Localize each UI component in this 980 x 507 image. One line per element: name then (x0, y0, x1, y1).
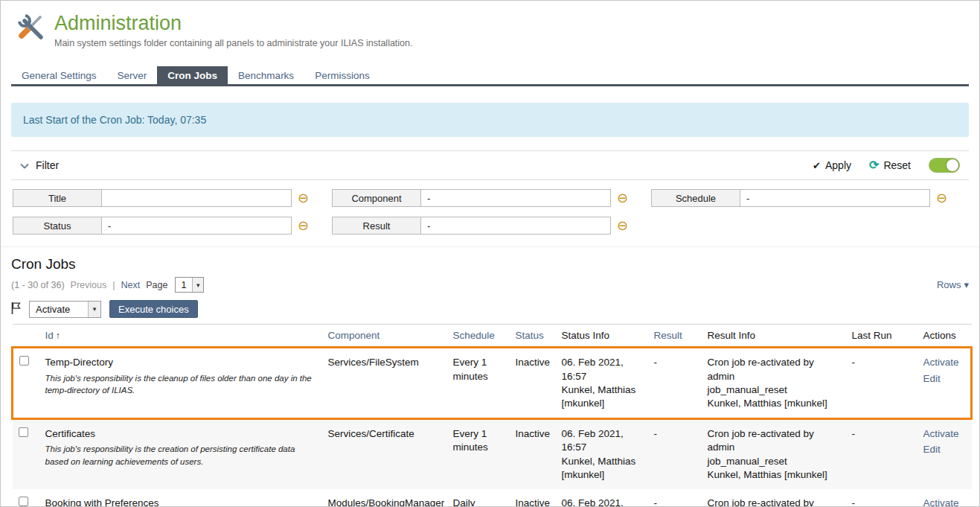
filter-on-off-toggle[interactable] (929, 158, 960, 173)
column-header-last-run: Last Run (846, 325, 917, 348)
tab-permissions[interactable]: Permissions (304, 66, 380, 84)
next-link[interactable]: Next (121, 280, 140, 290)
page-title: Administration (54, 11, 413, 35)
filter-fields: Title ⊖ Component - ⊖ Schedule - ⊖ Statu… (1, 180, 979, 247)
status-filter-select[interactable]: - (101, 217, 292, 235)
flag-icon (11, 302, 21, 317)
caret-down-icon: ▾ (964, 279, 969, 290)
job-status: Inactive (510, 489, 556, 507)
column-header-result[interactable]: Result (648, 325, 702, 348)
page-subtitle: Main system settings folder containing a… (54, 38, 413, 48)
page-select-value: 1 (176, 278, 192, 292)
list-title: Cron Jobs (11, 256, 969, 272)
remove-result-filter-icon[interactable]: ⊖ (617, 219, 628, 232)
apply-label: Apply (825, 159, 851, 171)
row-checkbox[interactable] (19, 497, 28, 506)
reset-label: Reset (883, 159, 911, 171)
table-row-temp-directory: Temp-Directory This job's responsibility… (13, 348, 972, 419)
filter-collapse-toggle[interactable]: Filter (20, 159, 59, 171)
page-header: Administration Main system settings fold… (1, 1, 979, 48)
rows-menu-label: Rows (937, 279, 961, 290)
filter-title: Filter (36, 159, 59, 171)
edit-link[interactable]: Edit (923, 443, 966, 456)
column-header-status-info: Status Info (556, 325, 648, 348)
job-status-info: 06. Feb 2021, 16:57 Kunkel, Matthias [mk… (556, 419, 648, 489)
page-select[interactable]: 1 ▾ (175, 277, 204, 293)
component-filter-select[interactable]: - (420, 189, 611, 207)
column-header-component[interactable]: Component (322, 325, 447, 348)
column-header-result-info: Result Info (702, 325, 846, 348)
job-status: Inactive (510, 348, 556, 419)
job-title: Booking with Preferences (45, 497, 316, 507)
result-filter-select[interactable]: - (420, 217, 611, 235)
pagination-separator: | (112, 280, 115, 290)
reset-icon: ⟳ (869, 159, 879, 171)
table-row-booking-with-preferences: Booking with Preferences Modules/Booking… (13, 489, 972, 507)
row-checkbox[interactable] (19, 356, 29, 366)
job-result-info: Cron job re-activated by admin job_manua… (702, 419, 846, 489)
administration-page: Administration Main system settings fold… (0, 0, 980, 507)
remove-component-filter-icon[interactable]: ⊖ (617, 191, 628, 205)
pagination-row: (1 - 30 of 36) Previous | Next Page 1 ▾ … (11, 277, 969, 293)
job-result: - (648, 419, 702, 489)
column-header-status[interactable]: Status (510, 325, 556, 348)
job-last-run: - (846, 348, 917, 419)
job-title: Temp-Directory (45, 356, 316, 369)
job-component: Modules/BookingManager (322, 489, 447, 507)
tab-server[interactable]: Server (107, 66, 158, 84)
job-schedule: Every 1 minutes (447, 348, 510, 419)
filter-field-result: Result - ⊖ (332, 217, 628, 235)
previous-link[interactable]: Previous (71, 280, 107, 290)
header-text: Administration Main system settings fold… (54, 11, 413, 48)
job-result-info: Cron job re-activated by admin job_manua… (702, 348, 846, 419)
result-field-label: Result (332, 217, 421, 235)
job-last-run: - (846, 419, 917, 489)
table-row-certificates: Certificates This job's responsibility i… (13, 419, 972, 489)
caret-down-icon: ▾ (192, 278, 203, 292)
edit-link[interactable]: Edit (923, 372, 965, 386)
job-status-info: 06. Feb 2021, 16:57 Kunkel, Matthias [mk… (556, 489, 648, 507)
job-schedule: Daily (447, 489, 510, 507)
job-component: Services/FileSystem (322, 348, 447, 419)
tab-benchmarks[interactable]: Benchmarks (228, 66, 304, 84)
tab-general-settings[interactable]: General Settings (11, 66, 107, 84)
rows-menu-button[interactable]: Rows ▾ (937, 279, 969, 290)
job-result: - (648, 489, 702, 507)
job-title: Certificates (45, 427, 316, 441)
remove-title-filter-icon[interactable]: ⊖ (298, 191, 309, 205)
tab-cron-jobs[interactable]: Cron Jobs (157, 66, 228, 84)
caret-down-icon: ▾ (88, 302, 100, 317)
remove-status-filter-icon[interactable]: ⊖ (298, 219, 309, 232)
activate-link[interactable]: Activate (923, 497, 966, 507)
column-header-id[interactable]: Id↑ (39, 325, 322, 348)
schedule-filter-select[interactable]: - (740, 189, 930, 207)
job-result-info: Cron job re-activated by admin (702, 489, 846, 507)
filter-apply-button[interactable]: ✔ Apply (813, 159, 851, 171)
column-header-actions: Actions (917, 325, 972, 348)
remove-schedule-filter-icon[interactable]: ⊖ (936, 191, 947, 205)
title-filter-input[interactable] (101, 189, 292, 207)
schedule-field-label: Schedule (651, 189, 740, 207)
execute-choices-button[interactable]: Execute choices (109, 300, 198, 318)
cron-jobs-table: Id↑ Component Schedule Status Status Inf… (11, 324, 973, 507)
check-icon: ✔ (813, 160, 821, 171)
status-field-label: Status (13, 217, 102, 235)
filter-reset-button[interactable]: ⟳ Reset (869, 159, 911, 171)
activate-link[interactable]: Activate (923, 356, 965, 369)
info-message: Last Start of the Cron Job: Today, 07:35 (11, 103, 969, 137)
header-checkbox-column (13, 325, 39, 348)
column-header-schedule[interactable]: Schedule (447, 325, 510, 348)
bulk-action-value: Activate (30, 302, 70, 317)
bulk-actions-row: Activate ▾ Execute choices (11, 300, 969, 318)
job-status-info: 06. Feb 2021, 16:57 Kunkel, Matthias [mk… (556, 348, 648, 419)
administration-tools-icon (16, 11, 45, 45)
activate-link[interactable]: Activate (923, 427, 966, 441)
row-checkbox[interactable] (19, 427, 28, 437)
tab-bar: General Settings Server Cron Jobs Benchm… (11, 66, 969, 86)
filter-controls: ✔ Apply ⟳ Reset (813, 158, 960, 173)
bulk-action-select[interactable]: Activate ▾ (29, 301, 101, 318)
filter-field-schedule: Schedule - ⊖ (651, 189, 947, 207)
sort-ascending-icon: ↑ (56, 331, 60, 341)
component-field-label: Component (332, 189, 421, 207)
pagination-controls: (1 - 30 of 36) Previous | Next Page 1 ▾ (11, 277, 204, 293)
